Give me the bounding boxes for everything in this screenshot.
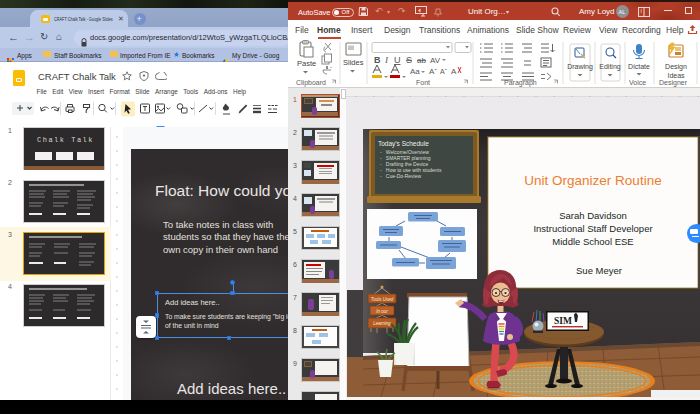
svg-text:Today's Schedule: Today's Schedule — [378, 140, 429, 148]
svg-text:Slides: Slides — [343, 58, 364, 67]
svg-text:I: I — [384, 55, 389, 65]
svg-text:AV: AV — [430, 56, 441, 65]
svg-text:Unit Organizer Routine: Unit Organizer Routine — [524, 173, 661, 188]
svg-text:Design: Design — [665, 63, 687, 71]
svg-text:Paragraph: Paragraph — [504, 79, 537, 87]
svg-text:ab: ab — [417, 56, 426, 65]
svg-text:Paste: Paste — [297, 59, 316, 68]
svg-text:Ideas: Ideas — [667, 72, 685, 79]
svg-text:Editing: Editing — [599, 63, 621, 71]
svg-text:A: A — [451, 67, 457, 76]
svg-text:Clipboard: Clipboard — [296, 79, 326, 87]
svg-text:Sarah Davidson: Sarah Davidson — [559, 210, 627, 221]
svg-text:In our: In our — [376, 309, 388, 314]
svg-text:Drawing: Drawing — [567, 63, 593, 71]
svg-text:Sue Meyer: Sue Meyer — [576, 265, 622, 276]
svg-text:U: U — [394, 55, 401, 65]
svg-text:Learning: Learning — [373, 321, 391, 326]
svg-text:Font: Font — [416, 79, 430, 86]
svg-text:Instructional Staff Developer: Instructional Staff Developer — [533, 223, 652, 234]
svg-text:SIM: SIM — [554, 316, 572, 326]
svg-text:B: B — [374, 55, 381, 65]
svg-text:Voice: Voice — [629, 79, 646, 86]
svg-text:Aˆ: Aˆ — [429, 67, 437, 76]
svg-text:- Cue-Do-Review: - Cue-Do-Review — [380, 173, 422, 179]
svg-text:S: S — [406, 55, 412, 65]
svg-text:Designer: Designer — [659, 79, 688, 87]
svg-text:Dictate: Dictate — [628, 63, 650, 70]
svg-text:Aa: Aa — [410, 67, 420, 76]
svg-text:Middle School ESE: Middle School ESE — [552, 236, 633, 247]
svg-text:Tools Used: Tools Used — [371, 297, 394, 302]
svg-text:Aˇ: Aˇ — [440, 68, 448, 75]
